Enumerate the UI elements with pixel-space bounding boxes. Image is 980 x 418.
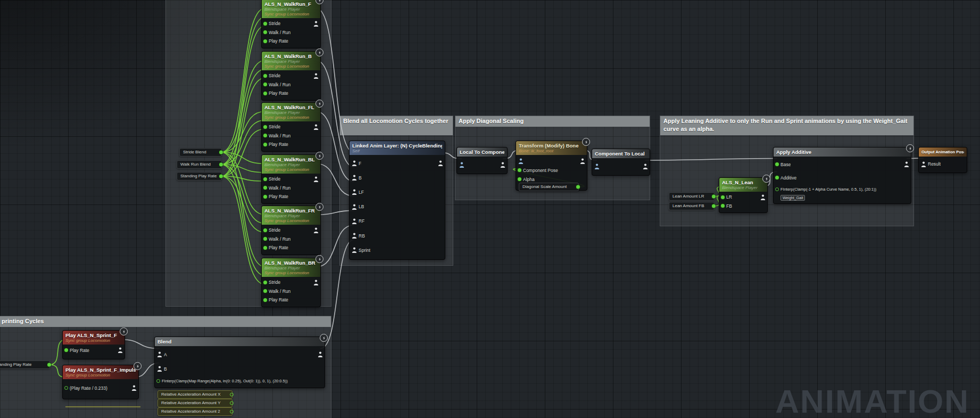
- pose-out-pin-icon[interactable]: [313, 124, 319, 130]
- pill-walkrun_blend[interactable]: Walk Run Blend: [177, 160, 222, 169]
- node-ltc[interactable]: Local To Component: [456, 147, 508, 174]
- value-pin[interactable]: [263, 289, 267, 293]
- value-pin[interactable]: [263, 134, 267, 137]
- value-pin[interactable]: [263, 83, 267, 86]
- value-out-pin[interactable]: [230, 410, 234, 414]
- node-header[interactable]: ALS_N_WalkRun_FLBlendspace PlayerSync gr…: [262, 103, 320, 121]
- value-pin[interactable]: [263, 246, 267, 250]
- pose-pin-icon[interactable]: [352, 218, 357, 224]
- pose-pin-icon[interactable]: [921, 161, 926, 167]
- node-outpose[interactable]: Output Animation PoseResult: [918, 147, 967, 173]
- pose-pin-icon[interactable]: [157, 366, 162, 372]
- node-ctl[interactable]: Component To Local: [592, 149, 650, 176]
- node-header[interactable]: Play ALS_N_Sprint_F_ImpulseSync group Lo…: [63, 365, 138, 379]
- value-out-pin[interactable]: [230, 401, 234, 405]
- comment-header[interactable]: Apply Diagonal Scaling: [455, 116, 650, 127]
- node-header[interactable]: ALS_N_WalkRun_FRBlendspace PlayerSync gr…: [262, 206, 320, 225]
- value-out-pin[interactable]: [219, 163, 223, 167]
- value-pin[interactable]: [263, 39, 267, 43]
- node-impulse[interactable]: Play ALS_N_Sprint_F_ImpulseSync group Lo…: [62, 365, 139, 399]
- node-header[interactable]: ALS_N_LeanBlendspace Player: [719, 178, 767, 192]
- node-wr_fl[interactable]: ALS_N_WalkRun_FLBlendspace PlayerSync gr…: [261, 102, 321, 152]
- pill-rel_2[interactable]: Relative Acceleration Amount 2: [157, 407, 232, 416]
- value-out-pin[interactable]: [219, 175, 223, 178]
- pill-diagonal_scale[interactable]: Diagonal Scale Amount: [519, 183, 579, 191]
- animgraph-canvas[interactable]: ANIMATION Blend all Locomotion Cycles to…: [0, 0, 980, 418]
- node-header[interactable]: ALS_N_WalkRun_BBlendspace PlayerSync gro…: [262, 52, 320, 70]
- value-out-pin[interactable]: [230, 393, 234, 397]
- value-pin[interactable]: [263, 92, 267, 95]
- comment-header[interactable]: Blend all Locomotion Cycles together: [340, 116, 453, 135]
- value-pin[interactable]: [64, 348, 68, 352]
- pose-out-pin-icon[interactable]: [580, 158, 585, 164]
- pose-pin-icon[interactable]: [352, 175, 357, 181]
- value-pin[interactable]: [263, 195, 267, 199]
- pose-out-pin-icon[interactable]: [313, 73, 319, 79]
- node-header[interactable]: ALS_N_WalkRun_FBlendspace PlayerSync gro…: [262, 0, 320, 18]
- pose-out-pin-icon[interactable]: [131, 385, 137, 391]
- node-header[interactable]: ALS_N_WalkRun_BRBlendspace PlayerSync gr…: [262, 258, 320, 277]
- node-wr_f[interactable]: ALS_N_WalkRun_FBlendspace PlayerSync gro…: [261, 0, 321, 48]
- node-cycle[interactable]: Linked Anim Layer: (N) CycleBlendingSelf…: [349, 141, 445, 260]
- pose-out-pin-icon[interactable]: [318, 351, 323, 357]
- value-pin[interactable]: [263, 237, 267, 241]
- pill-stride_blend[interactable]: Stride Blend: [179, 148, 222, 157]
- value-pin[interactable]: [263, 177, 267, 181]
- value-pin[interactable]: [64, 386, 68, 390]
- value-pin[interactable]: [263, 298, 267, 302]
- pose-pin-icon[interactable]: [518, 158, 524, 164]
- pose-out-pin-icon[interactable]: [313, 176, 319, 182]
- value-out-pin[interactable]: [576, 185, 580, 189]
- pose-pin-icon[interactable]: [352, 160, 357, 166]
- node-wr_fr[interactable]: ALS_N_WalkRun_FRBlendspace PlayerSync gr…: [261, 206, 321, 255]
- node-wr_bl[interactable]: ALS_N_WalkRun_BLBlendspace PlayerSync gr…: [261, 154, 321, 204]
- value-pin[interactable]: [775, 176, 779, 179]
- pose-out-pin-icon[interactable]: [313, 21, 319, 27]
- node-header[interactable]: Apply Additive: [774, 147, 911, 157]
- pose-pin-icon[interactable]: [352, 247, 357, 253]
- value-pin[interactable]: [263, 22, 267, 26]
- pill-standing_play_rate[interactable]: Standing Play Rate: [177, 172, 222, 181]
- pill-rel_x[interactable]: Relative Acceleration Amount X: [157, 390, 232, 399]
- pose-out-pin-icon[interactable]: [438, 160, 443, 166]
- value-pin[interactable]: [518, 177, 521, 181]
- pose-pin-icon[interactable]: [352, 204, 357, 210]
- pose-pin-icon[interactable]: [157, 351, 162, 357]
- pill-standing_play_rate2[interactable]: Standing Play Rate: [0, 360, 50, 369]
- value-out-pin[interactable]: [712, 195, 716, 199]
- value-out-pin[interactable]: [712, 204, 716, 208]
- pill-rel_y[interactable]: Relative Acceleration Amount Y: [157, 399, 232, 407]
- node-header[interactable]: Local To Component: [457, 147, 507, 157]
- value-pin[interactable]: [263, 143, 267, 146]
- value-out-pin[interactable]: [219, 151, 223, 154]
- node-header[interactable]: Linked Anim Layer: (N) CycleBlendingSelf: [350, 141, 445, 155]
- value-pin[interactable]: [775, 187, 779, 191]
- value-pin[interactable]: [721, 204, 725, 208]
- value-pin[interactable]: [263, 281, 267, 284]
- node-aa[interactable]: Apply AdditiveBaseAdditiveFInterp(Clamp(…: [773, 147, 911, 204]
- pose-out-pin-icon[interactable]: [643, 163, 648, 169]
- pill-lean_fb[interactable]: Lean Amount FB: [669, 202, 715, 210]
- pose-pin-icon[interactable]: [459, 162, 464, 168]
- comment-header[interactable]: Apply Leaning Additive to only the Run a…: [660, 116, 913, 135]
- node-header[interactable]: Component To Local: [592, 149, 650, 158]
- pill-lean_lr[interactable]: Lean Amount LR: [669, 192, 715, 201]
- comment-header[interactable]: printing Cycles: [0, 316, 331, 327]
- pose-pin-icon[interactable]: [352, 233, 357, 239]
- node-sprint_f[interactable]: Play ALS_N_Sprint_FSync group Locomotion…: [62, 330, 125, 359]
- value-pin[interactable]: [263, 74, 267, 78]
- node-header[interactable]: Blend: [155, 337, 325, 346]
- node-lean[interactable]: ALS_N_LeanBlendspace PlayerLRFB: [719, 177, 768, 213]
- value-pin[interactable]: [721, 195, 725, 199]
- value-pin[interactable]: [775, 162, 779, 166]
- pose-out-pin-icon[interactable]: [118, 347, 123, 353]
- value-pin[interactable]: [518, 168, 521, 172]
- value-pin[interactable]: [263, 228, 267, 232]
- value-out-pin[interactable]: [47, 363, 51, 367]
- node-header[interactable]: Play ALS_N_Sprint_FSync group Locomotion: [63, 331, 124, 345]
- pose-out-pin-icon[interactable]: [760, 194, 766, 200]
- node-blend[interactable]: BlendABFInterp(Clamp(Map Range(Alpha, in…: [154, 337, 325, 388]
- pose-out-pin-icon[interactable]: [313, 227, 319, 233]
- value-pin[interactable]: [263, 30, 267, 34]
- pose-out-pin-icon[interactable]: [313, 280, 319, 285]
